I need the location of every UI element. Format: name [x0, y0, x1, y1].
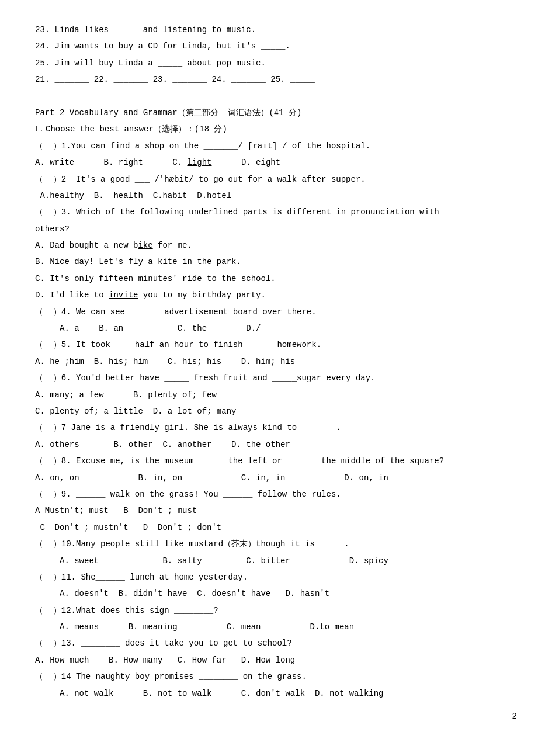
question-14-options: A. not walk B. not to walk C. don't walk… — [35, 687, 517, 700]
question-13-options: A. How much B. How many C. How far D. Ho… — [35, 654, 517, 667]
underline-ite: ite — [162, 257, 177, 266]
question-1-options: A. write B. right C. light D. eight — [35, 156, 517, 169]
question-13: （ ）13. ________ does it take you to get … — [35, 637, 517, 650]
answer-blanks-21-25: 21. _______ 22. _______ 23. _______ 24. … — [35, 73, 517, 86]
question-6-options-cd: C. plenty of; a little D. a lot of; many — [35, 405, 517, 418]
option-c-light: light — [187, 158, 211, 167]
question-3-a: A. Dad bought a new bike for me. — [35, 239, 517, 252]
question-2: （ ）2 It's a good ___ /'hæbit/ to go out … — [35, 173, 517, 186]
question-5: （ ）5. It took ____half an hour to finish… — [35, 338, 517, 351]
question-3-c: C. It's only fifteen minutes' ride to th… — [35, 272, 517, 285]
underline-ide: ide — [187, 274, 202, 283]
question-4: （ ）4. We can see ______ advertisement bo… — [35, 306, 517, 318]
spacer-1 — [35, 90, 517, 103]
page-number: 2 — [512, 712, 517, 721]
question-12: （ ）12.What does this sign ________? — [35, 604, 517, 617]
question-3-cont: others? — [35, 223, 517, 235]
underline-ike: ike — [138, 241, 152, 250]
part2-title: Part 2 Vocabulary and Grammar（第二部分 词汇语法）… — [35, 106, 517, 119]
question-7-options: A. others B. other C. another D. the oth… — [35, 438, 517, 451]
question-9-options-ab: A Mustn't; must B Don't ; must — [35, 504, 517, 517]
question-4-options: A. a B. an C. the D./ — [35, 322, 517, 335]
question-5-options: A. he ;him B. his; him C. his; his D. hi… — [35, 355, 517, 368]
question-8: （ ）8. Excuse me, is the museum _____ the… — [35, 455, 517, 467]
question-11: （ ）11. She______ lunch at home yesterday… — [35, 571, 517, 584]
question-1: （ ）1.You can find a shop on the _______/… — [35, 140, 517, 152]
question-3-b: B. Nice day! Let's fly a kite in the par… — [35, 255, 517, 268]
exam-page: 23. Linda likes _____ and listening to m… — [35, 23, 517, 721]
question-12-options: A. means B. meaning C. mean D.to mean — [35, 620, 517, 633]
section-i-title: Ⅰ．Choose the best answer（选择）：(18 分) — [35, 123, 517, 136]
question-10-options: A. sweet B. salty C. bitter D. spicy — [35, 554, 517, 567]
question-2-options: A.healthy B. health C.habit D.hotel — [35, 189, 517, 202]
question-14: （ ）14 The naughty boy promises ________ … — [35, 670, 517, 683]
page-footer: 2 — [35, 703, 517, 721]
question-24: 24. Jim wants to buy a CD for Linda, but… — [35, 40, 517, 53]
question-8-options: A. on, on B. in, on C. in, in D. on, in — [35, 471, 517, 484]
question-6: （ ）6. You'd better have _____ fresh frui… — [35, 372, 517, 384]
question-7: （ ）7 Jane is a friendly girl. She is alw… — [35, 421, 517, 434]
question-9: （ ）9. ______ walk on the grass! You ____… — [35, 488, 517, 501]
question-25: 25. Jim will buy Linda a _____ about pop… — [35, 57, 517, 70]
underline-invite: invite — [109, 290, 138, 300]
question-11-options: A. doesn't B. didn't have C. doesn't hav… — [35, 587, 517, 600]
question-10: （ ）10.Many people still like mustard（芥末）… — [35, 537, 517, 550]
question-23: 23. Linda likes _____ and listening to m… — [35, 23, 517, 36]
question-3-d: D. I'd like to invite you to my birthday… — [35, 289, 517, 301]
question-6-options-ab: A. many; a few B. plenty of; few — [35, 389, 517, 401]
question-9-options-cd: C Don't ; mustn't D Don't ; don't — [35, 521, 517, 534]
question-3: （ ）3. Which of the following underlined … — [35, 206, 517, 219]
